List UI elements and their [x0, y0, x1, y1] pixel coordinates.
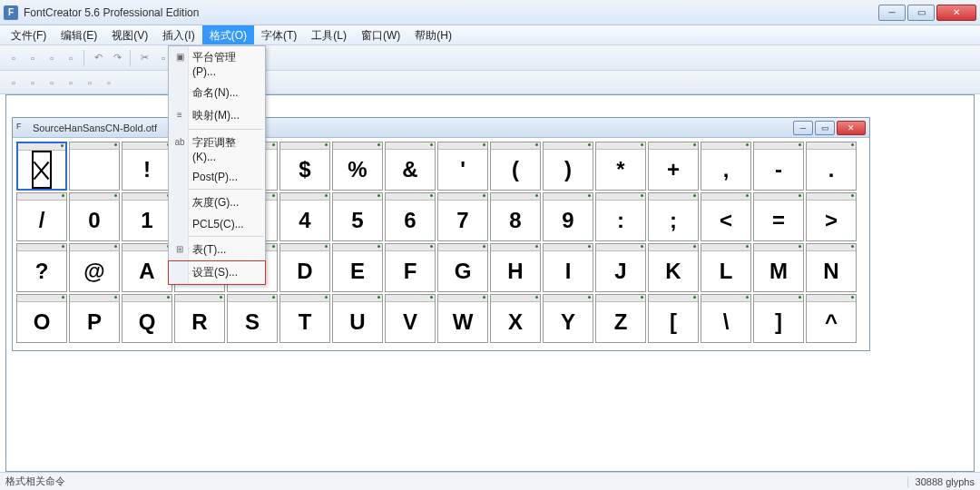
- menu-item[interactable]: 文件(F): [4, 25, 54, 44]
- glyph-cell[interactable]: ): [543, 142, 593, 191]
- minimize-button[interactable]: ─: [878, 5, 906, 21]
- dropdown-item[interactable]: ▣平台管理(P)...: [169, 46, 265, 82]
- glyph-cell[interactable]: ,: [701, 142, 751, 191]
- dropdown-item[interactable]: 命名(N)...: [169, 82, 265, 104]
- tool-icon[interactable]: ▫: [82, 74, 98, 91]
- glyph-cell[interactable]: ^: [806, 294, 857, 343]
- glyph-cell[interactable]: [16, 142, 67, 191]
- glyph-cell[interactable]: D: [279, 243, 330, 292]
- glyph-cell[interactable]: .: [806, 142, 857, 191]
- glyph-cell[interactable]: G: [437, 243, 488, 292]
- glyph-cell[interactable]: /: [16, 192, 67, 241]
- glyph-cell[interactable]: :: [595, 192, 646, 241]
- doc-maximize-button[interactable]: ▭: [815, 121, 835, 135]
- glyph-cell[interactable]: 1: [122, 192, 172, 241]
- redo-icon[interactable]: ↷: [109, 50, 125, 66]
- glyph-cell[interactable]: Z: [595, 294, 646, 343]
- glyph-cell[interactable]: 0: [69, 192, 120, 241]
- glyph-cell[interactable]: H: [490, 243, 541, 292]
- glyph-cell[interactable]: X: [490, 294, 541, 343]
- glyph-cell[interactable]: (: [490, 142, 541, 191]
- dropdown-item[interactable]: ab字距调整(K)...: [169, 132, 265, 167]
- dropdown-item[interactable]: 灰度(G)...: [169, 191, 265, 214]
- undo-icon[interactable]: ↶: [90, 50, 106, 66]
- glyph-header: [807, 244, 856, 251]
- glyph-cell[interactable]: <: [701, 192, 751, 241]
- glyph-cell[interactable]: &: [385, 142, 436, 191]
- glyph-cell[interactable]: N: [806, 243, 857, 292]
- glyph-cell[interactable]: ;: [648, 192, 699, 241]
- print-icon[interactable]: ▫: [63, 50, 79, 66]
- glyph-cell[interactable]: E: [332, 243, 383, 292]
- glyph-cell[interactable]: ]: [753, 294, 804, 343]
- glyph-cell[interactable]: K: [648, 243, 699, 292]
- glyph-cell[interactable]: M: [753, 243, 804, 292]
- tool-icon[interactable]: ▫: [44, 74, 60, 91]
- glyph-cell[interactable]: [69, 142, 120, 191]
- glyph-cell[interactable]: 7: [437, 192, 488, 241]
- glyph-cell[interactable]: L: [701, 243, 751, 292]
- glyph-cell[interactable]: $: [279, 142, 330, 191]
- maximize-button[interactable]: ▭: [907, 5, 935, 21]
- glyph-cell[interactable]: A: [122, 243, 172, 292]
- save-icon[interactable]: ▫: [44, 50, 60, 66]
- glyph-cell[interactable]: U: [332, 294, 383, 343]
- menu-item[interactable]: 格式(O): [202, 25, 254, 44]
- glyph-cell[interactable]: @: [69, 243, 120, 292]
- tool-icon[interactable]: ▫: [101, 74, 117, 91]
- glyph-cell[interactable]: *: [595, 142, 646, 191]
- menu-item[interactable]: 窗口(W): [354, 25, 407, 44]
- glyph-cell[interactable]: Q: [122, 294, 172, 343]
- glyph-cell[interactable]: 6: [385, 192, 436, 241]
- glyph-cell[interactable]: Y: [543, 294, 593, 343]
- glyph-cell[interactable]: +: [648, 142, 699, 191]
- cut-icon[interactable]: ✂: [136, 50, 152, 66]
- doc-minimize-button[interactable]: ─: [793, 121, 813, 135]
- menu-item[interactable]: 插入(I): [155, 25, 201, 44]
- new-icon[interactable]: ▫: [5, 50, 22, 66]
- glyph-cell[interactable]: >: [806, 192, 857, 241]
- menu-item[interactable]: 视图(V): [104, 25, 155, 44]
- glyph-cell[interactable]: I: [543, 243, 593, 292]
- glyph-cell[interactable]: !: [122, 142, 172, 191]
- glyph-cell[interactable]: W: [437, 294, 488, 343]
- glyph-cell[interactable]: 5: [332, 192, 383, 241]
- glyph-cell[interactable]: 4: [279, 192, 330, 241]
- glyph-cell[interactable]: [: [648, 294, 699, 343]
- glyph-cell[interactable]: 8: [490, 192, 541, 241]
- glyph-cell[interactable]: ?: [16, 243, 67, 292]
- menu-item[interactable]: 字体(T): [254, 25, 304, 44]
- glyph-cell[interactable]: S: [227, 294, 278, 343]
- menu-icon: ⊞: [173, 242, 186, 255]
- glyph-char: ]: [754, 302, 803, 342]
- tool-icon[interactable]: ▫: [5, 74, 22, 91]
- dropdown-item[interactable]: 设置(S)...: [168, 260, 266, 285]
- dropdown-item[interactable]: ⊞表(T)...: [169, 239, 265, 261]
- glyph-header: [175, 295, 224, 302]
- glyph-cell[interactable]: -: [753, 142, 804, 191]
- menu-item[interactable]: 工具(L): [304, 25, 354, 44]
- glyph-cell[interactable]: %: [332, 142, 383, 191]
- glyph-cell[interactable]: 9: [543, 192, 593, 241]
- close-button[interactable]: ✕: [936, 5, 976, 21]
- glyph-cell[interactable]: =: [753, 192, 804, 241]
- dropdown-item[interactable]: ≡映射(M)...: [169, 104, 265, 127]
- tool-icon[interactable]: ▫: [24, 74, 41, 91]
- tool-icon[interactable]: ▫: [63, 74, 79, 91]
- glyph-cell[interactable]: R: [174, 294, 225, 343]
- glyph-cell[interactable]: T: [279, 294, 330, 343]
- glyph-cell[interactable]: ': [437, 142, 488, 191]
- glyph-cell[interactable]: J: [595, 243, 646, 292]
- glyph-cell[interactable]: P: [69, 294, 120, 343]
- glyph-cell[interactable]: F: [385, 243, 436, 292]
- glyph-cell[interactable]: \: [701, 294, 751, 343]
- dropdown-item[interactable]: Post(P)...: [169, 167, 265, 187]
- open-icon[interactable]: ▫: [24, 50, 41, 66]
- menu-item[interactable]: 帮助(H): [407, 25, 459, 44]
- dropdown-item[interactable]: PCL5(C)...: [169, 214, 265, 234]
- doc-close-button[interactable]: ✕: [837, 121, 866, 135]
- menu-item[interactable]: 编辑(E): [54, 25, 104, 44]
- glyph-char: I: [544, 251, 593, 291]
- glyph-cell[interactable]: O: [16, 294, 67, 343]
- glyph-cell[interactable]: V: [385, 294, 436, 343]
